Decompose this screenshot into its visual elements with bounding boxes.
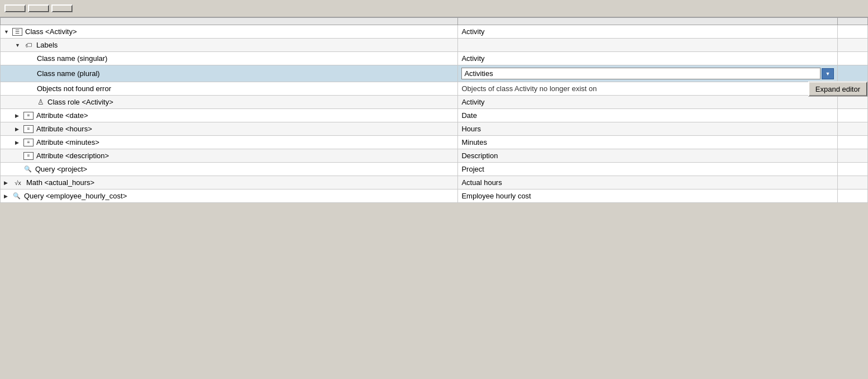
math-icon: √x — [12, 179, 23, 187]
role-icon: ♙ — [37, 98, 45, 106]
model-item-label: Query <employee_hourly_cost> — [24, 192, 127, 200]
action-cell — [838, 122, 868, 136]
model-item-cell: Objects not found error — [1, 82, 458, 96]
query-icon: 🔍 — [12, 192, 21, 200]
action-cell — [838, 190, 868, 203]
loc-string-text: Employee hourly cost — [458, 190, 838, 203]
action-cell — [838, 65, 868, 82]
table-row: Objects not found errorObjects of class … — [1, 82, 868, 96]
expand-triangle[interactable]: ▼ — [15, 42, 21, 48]
loc-string-text: Activity — [458, 25, 838, 39]
table-row: ▶≡Attribute <minutes>Minutes — [1, 136, 868, 149]
table-header-row — [1, 18, 868, 25]
expand-triangle[interactable]: ▶ — [4, 180, 9, 186]
expand-triangle[interactable]: ▶ — [15, 140, 21, 145]
action-cell — [838, 96, 868, 109]
table-row: ▼☰Class <Activity>Activity — [1, 25, 868, 39]
loc-string-text: Hours — [458, 122, 838, 136]
model-item-cell: ▶≡Attribute <date> — [1, 109, 458, 122]
model-item-cell: Class name (singular) — [1, 52, 458, 65]
model-item-cell: ▼🏷Labels — [1, 39, 458, 52]
loc-string-text: Project — [458, 163, 838, 176]
dropdown-button[interactable] — [822, 68, 834, 79]
model-item-label: Class name (plural) — [37, 69, 100, 78]
table-row: Class name (plural) — [1, 65, 868, 82]
localization-table: ▼☰Class <Activity>Activity▼🏷LabelsClass … — [0, 17, 868, 203]
action-cell — [838, 163, 868, 176]
model-item-label: Attribute <hours> — [36, 125, 92, 133]
model-item-label: Math <actual_hours> — [26, 178, 94, 187]
table-row: 🔍Query <project>Project — [1, 163, 868, 176]
table-row: ▼🏷Labels — [1, 39, 868, 52]
localization-table-container: ▼☰Class <Activity>Activity▼🏷LabelsClass … — [0, 17, 868, 203]
loc-string-text: Objects of class Activity no longer exis… — [461, 84, 597, 93]
attr-icon: ≡ — [23, 125, 34, 133]
loc-string-text: Minutes — [458, 136, 838, 149]
model-item-label: Attribute <date> — [36, 111, 88, 120]
model-item-label: Class name (singular) — [37, 54, 107, 63]
model-item-cell: ♙Class role <Activity> — [1, 96, 458, 109]
model-item-cell: ▶≡Attribute <minutes> — [1, 136, 458, 149]
loc-string-cell[interactable] — [458, 65, 838, 82]
model-item-label: Class <Activity> — [25, 27, 77, 36]
action-cell — [838, 149, 868, 163]
expand-triangle[interactable]: ▶ — [15, 113, 21, 119]
query-icon: 🔍 — [23, 165, 32, 173]
col-loc-header — [458, 18, 838, 25]
action-cell: Expand editor — [838, 82, 868, 96]
toolbar — [0, 0, 868, 17]
collapse-all-button[interactable] — [28, 4, 49, 12]
table-row: ≡Attribute <description>Description — [1, 149, 868, 163]
loc-string-text: Date — [458, 109, 838, 122]
expand-all-button[interactable] — [4, 4, 26, 12]
loc-string-input[interactable] — [461, 68, 821, 79]
table-row: ▶√xMath <actual_hours>Actual hours — [1, 176, 868, 190]
loc-string-text: Actual hours — [458, 176, 838, 190]
loc-string-text: Activity — [458, 52, 838, 65]
action-cell — [838, 39, 868, 52]
model-item-cell: ≡Attribute <description> — [1, 149, 458, 163]
table-row: ▶≡Attribute <date>Date — [1, 109, 868, 122]
action-cell — [838, 109, 868, 122]
expand-triangle[interactable]: ▼ — [4, 29, 9, 35]
col-action-header — [838, 18, 868, 25]
model-item-cell: ▶≡Attribute <hours> — [1, 122, 458, 136]
loc-string-cell: Objects of class Activity no longer exis… — [458, 82, 838, 96]
loc-string-text — [458, 39, 838, 52]
model-item-cell: ▶🔍Query <employee_hourly_cost> — [1, 190, 458, 203]
action-cell — [838, 176, 868, 190]
model-item-cell: Class name (plural) — [1, 65, 458, 82]
model-item-cell: 🔍Query <project> — [1, 163, 458, 176]
action-cell — [838, 52, 868, 65]
table-row: ▶≡Attribute <hours>Hours — [1, 122, 868, 136]
find-replace-button[interactable] — [51, 4, 73, 12]
col-model-header — [1, 18, 458, 25]
model-item-label: Attribute <description> — [36, 151, 109, 160]
loc-string-text: Activity — [458, 96, 838, 109]
attr-icon: ≡ — [23, 112, 34, 120]
expand-editor-button[interactable]: Expand editor — [808, 81, 867, 96]
labels-icon: 🏷 — [23, 41, 34, 49]
attr-icon: ≡ — [23, 152, 34, 160]
model-item-cell: ▶√xMath <actual_hours> — [1, 176, 458, 190]
model-item-label: Objects not found error — [37, 84, 111, 93]
class-icon: ☰ — [12, 28, 22, 36]
model-item-label: Labels — [36, 41, 58, 49]
model-item-label: Attribute <minutes> — [36, 138, 99, 146]
attr-icon: ≡ — [23, 139, 34, 146]
action-cell — [838, 25, 868, 39]
model-item-cell: ▼☰Class <Activity> — [1, 25, 458, 39]
expand-triangle[interactable]: ▶ — [4, 193, 9, 199]
table-row: ♙Class role <Activity>Activity — [1, 96, 868, 109]
table-row: ▶🔍Query <employee_hourly_cost>Employee h… — [1, 190, 868, 203]
model-item-label: Query <project> — [35, 165, 87, 173]
expand-triangle[interactable]: ▶ — [15, 126, 21, 132]
model-item-label: Class role <Activity> — [47, 98, 113, 106]
loc-string-text: Description — [458, 149, 838, 163]
table-row: Class name (singular)Activity — [1, 52, 868, 65]
action-cell — [838, 136, 868, 149]
